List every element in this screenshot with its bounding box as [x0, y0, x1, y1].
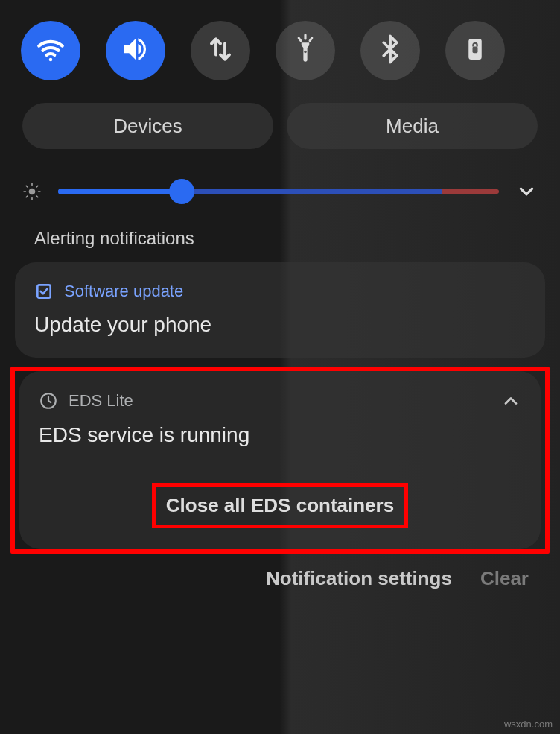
svg-point-4	[29, 189, 36, 195]
bluetooth-tile[interactable]	[360, 21, 420, 80]
notification-app-name: Software update	[64, 282, 183, 301]
expand-quick-settings[interactable]	[515, 180, 538, 203]
lock-rotation-icon	[459, 34, 491, 68]
brightness-thumb[interactable]	[169, 179, 194, 204]
volume-icon	[120, 34, 151, 68]
flashlight-icon	[290, 34, 321, 68]
notification-highlight: EDS Lite EDS service is running Close al…	[10, 367, 550, 554]
brightness-icon	[22, 182, 42, 201]
bluetooth-icon	[375, 34, 406, 68]
brightness-slider[interactable]	[58, 184, 499, 199]
data-transfer-icon	[207, 36, 234, 66]
notification-settings-link[interactable]: Notification settings	[266, 567, 452, 590]
notification-title: Update your phone	[34, 313, 526, 337]
rotation-lock-tile[interactable]	[445, 21, 505, 80]
wifi-icon	[35, 34, 66, 68]
notification-footer: Notification settings Clear	[0, 567, 560, 590]
section-label: Alerting notifications	[0, 228, 560, 262]
brightness-row	[0, 164, 560, 228]
action-label: Close all EDS containers	[166, 494, 394, 516]
media-button[interactable]: Media	[287, 103, 538, 149]
sound-tile[interactable]	[106, 21, 165, 80]
close-all-eds-containers-button[interactable]: Close all EDS containers	[152, 483, 408, 528]
eds-lite-app-icon	[39, 391, 58, 411]
wifi-tile[interactable]	[21, 21, 80, 80]
software-update-app-icon	[34, 282, 54, 301]
mobile-data-tile[interactable]	[191, 21, 250, 80]
flashlight-tile[interactable]	[276, 21, 335, 80]
notification-app-name: EDS Lite	[69, 391, 133, 411]
svg-rect-3	[473, 47, 478, 54]
media-label: Media	[386, 115, 439, 138]
collapse-notification[interactable]	[500, 390, 521, 411]
quick-settings-row	[0, 0, 560, 94]
notification-eds-lite[interactable]: EDS Lite EDS service is running Close al…	[19, 371, 541, 549]
devices-label: Devices	[113, 115, 182, 138]
svg-rect-1	[304, 51, 307, 54]
clear-notifications-button[interactable]: Clear	[480, 567, 529, 590]
notification-software-update[interactable]: Software update Update your phone	[15, 262, 545, 358]
notification-title: EDS service is running	[39, 423, 521, 447]
devices-button[interactable]: Devices	[22, 103, 273, 149]
quick-settings-buttons: Devices Media	[0, 94, 560, 164]
watermark: wsxdn.com	[504, 718, 553, 730]
svg-point-0	[49, 58, 53, 62]
